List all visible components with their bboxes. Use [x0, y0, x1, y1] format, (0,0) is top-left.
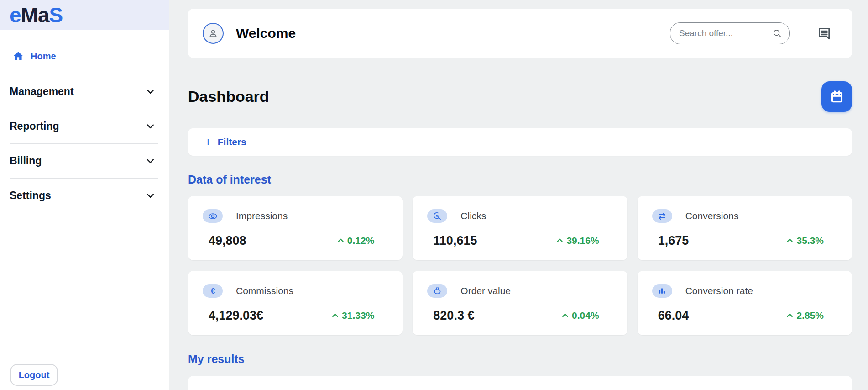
metric-label: Conversion rate — [685, 285, 753, 296]
metric-change: 35.3% — [785, 235, 824, 246]
avatar[interactable] — [203, 23, 224, 44]
filters-bar[interactable]: + Filters — [188, 128, 852, 156]
metric-change-value: 0.04% — [572, 310, 599, 321]
plus-icon: + — [204, 136, 212, 148]
app-logo: eMaS — [10, 5, 63, 26]
nav-label: Reporting — [10, 120, 59, 132]
caret-up-icon — [561, 311, 570, 320]
caret-up-icon — [331, 311, 340, 320]
logout-button[interactable]: Logout — [10, 364, 58, 386]
chevron-down-icon — [145, 121, 156, 132]
metric-change-value: 35.3% — [796, 235, 824, 246]
metrics-grid: Impressions 49,808 0.12% Clicks 110,615 … — [188, 196, 852, 335]
metric-card: Impressions 49,808 0.12% — [188, 196, 403, 260]
metric-head: Commissions — [203, 284, 293, 298]
metric-head: Clicks — [427, 209, 486, 223]
metric-card: Conversions 1,675 35.3% — [638, 196, 852, 260]
person-icon — [207, 27, 219, 39]
metric-label: Impressions — [236, 211, 288, 221]
caret-up-icon — [336, 237, 345, 245]
section-heading-data-of-interest: Data of interest — [188, 173, 852, 186]
chat-button[interactable] — [817, 26, 831, 41]
metric-value: 49,808 — [209, 234, 246, 248]
nav-label: Billing — [10, 155, 42, 167]
metric-change-value: 39.16% — [566, 235, 599, 246]
metric-label: Commissions — [236, 285, 293, 296]
search-input[interactable] — [670, 22, 790, 44]
filters-label: Filters — [218, 137, 246, 148]
logo-part-2: Ma — [21, 3, 49, 27]
sidebar-item-reporting[interactable]: Reporting — [0, 109, 169, 143]
metric-change: 0.04% — [561, 310, 599, 321]
metric-value: 820.3 € — [433, 309, 474, 323]
metric-icon-pill — [427, 284, 447, 298]
chevron-down-icon — [145, 156, 156, 166]
metric-card: Conversion rate 66.04 2.85% — [638, 271, 852, 335]
home-label: Home — [31, 51, 56, 62]
metric-change: 39.16% — [555, 235, 599, 246]
metric-change: 2.85% — [785, 310, 824, 321]
nav-label: Settings — [10, 190, 51, 202]
metric-change-value: 0.12% — [347, 235, 375, 246]
metric-icon-pill — [652, 209, 672, 223]
home-icon — [12, 50, 24, 62]
logo-part-3: S — [49, 3, 63, 27]
metric-icon-pill — [427, 209, 447, 223]
metric-icon-pill — [203, 209, 223, 223]
metric-icon-pill — [652, 284, 672, 298]
metric-label: Order value — [460, 285, 511, 296]
metric-change: 0.12% — [336, 235, 375, 246]
metric-head: Conversions — [652, 209, 739, 223]
metric-label: Conversions — [685, 211, 739, 221]
metric-head: Order value — [427, 284, 511, 298]
sidebar-item-billing[interactable]: Billing — [0, 144, 169, 178]
chat-icon — [817, 26, 831, 41]
calendar-icon — [829, 89, 845, 105]
welcome-title: Welcome — [236, 26, 296, 41]
main-content: Welcome Dashboard + Filters Data of inte… — [170, 0, 868, 390]
metric-head: Impressions — [203, 209, 288, 223]
sidebar-item-home[interactable]: Home — [0, 47, 169, 65]
metric-card: Clicks 110,615 39.16% — [413, 196, 627, 260]
welcome-card: Welcome — [188, 9, 852, 58]
calendar-button[interactable] — [821, 81, 852, 112]
metric-value: 66.04 — [658, 309, 689, 323]
metric-change-value: 2.85% — [796, 310, 824, 321]
euro-icon — [208, 286, 218, 296]
metric-card: Order value 820.3 € 0.04% — [413, 271, 627, 335]
metric-change: 31.33% — [331, 310, 374, 321]
sidebar-item-management[interactable]: Management — [0, 74, 169, 109]
bar-chart-icon — [657, 286, 667, 296]
metric-icon-pill — [203, 284, 223, 298]
nav-label: Management — [10, 85, 74, 98]
metric-head: Conversion rate — [652, 284, 753, 298]
metric-card: Commissions 4,129.03€ 31.33% — [188, 271, 403, 335]
metric-value: 110,615 — [433, 234, 477, 248]
search-icon[interactable] — [772, 28, 782, 38]
logo-part-1: e — [10, 3, 21, 27]
caret-up-icon — [555, 237, 564, 245]
money-bag-icon — [433, 286, 442, 296]
chevron-down-icon — [145, 190, 156, 201]
conversions-icon — [657, 211, 667, 221]
sidebar: eMaS Home Management Reporting Billing S… — [0, 0, 169, 390]
sidebar-item-settings[interactable]: Settings — [0, 179, 169, 213]
click-icon — [433, 211, 442, 221]
metric-value: 1,675 — [658, 234, 689, 248]
chevron-down-icon — [145, 86, 156, 97]
metric-change-value: 31.33% — [342, 310, 374, 321]
caret-up-icon — [785, 237, 794, 245]
my-results-card — [188, 376, 852, 390]
page-title: Dashboard — [188, 88, 269, 105]
search-box — [670, 22, 790, 44]
metric-label: Clicks — [460, 211, 486, 221]
dashboard-header-row: Dashboard — [188, 81, 852, 112]
eye-icon — [208, 211, 218, 221]
metric-value: 4,129.03€ — [209, 309, 263, 323]
section-heading-my-results: My results — [188, 353, 852, 366]
caret-up-icon — [785, 311, 794, 320]
logo-bar: eMaS — [0, 0, 169, 30]
